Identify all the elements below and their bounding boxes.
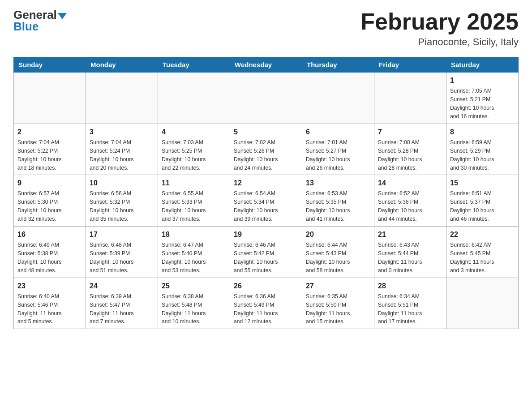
calendar-day-cell: 27Sunrise: 6:35 AMSunset: 5:50 PMDayligh… (302, 278, 374, 329)
day-info: Sunrise: 6:46 AMSunset: 5:42 PMDaylight:… (234, 241, 298, 275)
day-number: 25 (162, 281, 226, 291)
calendar-day-cell: 5Sunrise: 7:02 AMSunset: 5:26 PMDaylight… (230, 124, 302, 175)
day-info: Sunrise: 6:49 AMSunset: 5:38 PMDaylight:… (17, 241, 82, 275)
day-info: Sunrise: 6:47 AMSunset: 5:40 PMDaylight:… (162, 241, 226, 275)
day-number: 5 (234, 127, 298, 137)
day-info: Sunrise: 7:02 AMSunset: 5:26 PMDaylight:… (234, 138, 298, 172)
day-info: Sunrise: 7:05 AMSunset: 5:21 PMDaylight:… (450, 87, 515, 121)
day-number: 9 (17, 178, 82, 188)
logo-triangle-icon (58, 13, 67, 19)
day-info: Sunrise: 7:04 AMSunset: 5:24 PMDaylight:… (90, 138, 154, 172)
calendar-day-cell: 22Sunrise: 6:42 AMSunset: 5:45 PMDayligh… (446, 227, 519, 278)
calendar-day-cell: 9Sunrise: 6:57 AMSunset: 5:30 PMDaylight… (14, 175, 86, 227)
day-number: 26 (234, 281, 298, 291)
calendar-table: SundayMondayTuesdayWednesdayThursdayFrid… (13, 57, 519, 329)
calendar-day-cell: 20Sunrise: 6:44 AMSunset: 5:43 PMDayligh… (302, 227, 374, 278)
day-number: 13 (306, 178, 370, 188)
day-number: 2 (17, 127, 82, 137)
day-of-week-header: Friday (374, 57, 446, 73)
calendar-day-cell: 7Sunrise: 7:00 AMSunset: 5:28 PMDaylight… (374, 124, 446, 175)
day-of-week-header: Saturday (446, 57, 519, 73)
day-info: Sunrise: 6:48 AMSunset: 5:39 PMDaylight:… (90, 241, 154, 275)
calendar-day-cell: 18Sunrise: 6:47 AMSunset: 5:40 PMDayligh… (158, 227, 230, 278)
calendar-day-cell: 6Sunrise: 7:01 AMSunset: 5:27 PMDaylight… (302, 124, 374, 175)
day-number: 15 (450, 178, 515, 188)
day-number: 10 (90, 178, 154, 188)
day-info: Sunrise: 6:43 AMSunset: 5:44 PMDaylight:… (378, 241, 442, 275)
calendar-day-cell: 11Sunrise: 6:55 AMSunset: 5:33 PMDayligh… (158, 175, 230, 227)
calendar-week-row: 9Sunrise: 6:57 AMSunset: 5:30 PMDaylight… (14, 175, 519, 227)
day-number: 14 (378, 178, 442, 188)
calendar-day-cell (230, 73, 302, 124)
calendar-week-row: 16Sunrise: 6:49 AMSunset: 5:38 PMDayligh… (14, 227, 519, 278)
calendar-body: 1Sunrise: 7:05 AMSunset: 5:21 PMDaylight… (14, 73, 519, 329)
day-number: 8 (450, 127, 515, 137)
calendar-day-cell: 1Sunrise: 7:05 AMSunset: 5:21 PMDaylight… (446, 73, 519, 124)
calendar-day-cell: 8Sunrise: 6:59 AMSunset: 5:29 PMDaylight… (446, 124, 519, 175)
calendar-day-cell: 12Sunrise: 6:54 AMSunset: 5:34 PMDayligh… (230, 175, 302, 227)
day-number: 18 (162, 229, 226, 240)
day-number: 19 (234, 229, 298, 240)
day-number: 17 (90, 229, 154, 240)
day-number: 11 (162, 178, 226, 188)
logo-general-text: General (13, 9, 67, 21)
calendar-day-cell: 3Sunrise: 7:04 AMSunset: 5:24 PMDaylight… (86, 124, 158, 175)
day-info: Sunrise: 6:59 AMSunset: 5:29 PMDaylight:… (450, 138, 515, 172)
day-of-week-header: Thursday (302, 57, 374, 73)
day-number: 6 (306, 127, 370, 137)
calendar-day-cell: 13Sunrise: 6:53 AMSunset: 5:35 PMDayligh… (302, 175, 374, 227)
day-of-week-header: Wednesday (230, 57, 302, 73)
day-info: Sunrise: 6:42 AMSunset: 5:45 PMDaylight:… (450, 241, 515, 275)
day-info: Sunrise: 6:56 AMSunset: 5:32 PMDaylight:… (90, 189, 154, 223)
day-number: 3 (90, 127, 154, 137)
day-of-week-header: Monday (86, 57, 158, 73)
day-number: 1 (450, 75, 515, 86)
calendar-day-cell: 28Sunrise: 6:34 AMSunset: 5:51 PMDayligh… (374, 278, 446, 329)
day-info: Sunrise: 7:04 AMSunset: 5:22 PMDaylight:… (17, 138, 82, 172)
day-info: Sunrise: 6:36 AMSunset: 5:49 PMDaylight:… (234, 292, 298, 326)
day-info: Sunrise: 6:34 AMSunset: 5:51 PMDaylight:… (378, 292, 442, 326)
calendar-day-cell: 23Sunrise: 6:40 AMSunset: 5:46 PMDayligh… (14, 278, 86, 329)
calendar-day-cell (158, 73, 230, 124)
calendar-week-row: 23Sunrise: 6:40 AMSunset: 5:46 PMDayligh… (14, 278, 519, 329)
day-number: 20 (306, 229, 370, 240)
calendar-header: SundayMondayTuesdayWednesdayThursdayFrid… (14, 57, 519, 73)
day-number: 24 (90, 281, 154, 291)
logo-blue-text: Blue (13, 21, 39, 32)
page-header: General Blue February 2025 Pianoconte, S… (13, 9, 519, 48)
day-number: 21 (378, 229, 442, 240)
day-info: Sunrise: 6:35 AMSunset: 5:50 PMDaylight:… (306, 292, 370, 326)
month-title: February 2025 (360, 9, 519, 34)
day-number: 12 (234, 178, 298, 188)
day-info: Sunrise: 6:54 AMSunset: 5:34 PMDaylight:… (234, 189, 298, 223)
day-info: Sunrise: 7:03 AMSunset: 5:25 PMDaylight:… (162, 138, 226, 172)
calendar-day-cell: 16Sunrise: 6:49 AMSunset: 5:38 PMDayligh… (14, 227, 86, 278)
day-info: Sunrise: 6:40 AMSunset: 5:46 PMDaylight:… (17, 292, 82, 326)
calendar-day-cell (374, 73, 446, 124)
day-number: 27 (306, 281, 370, 291)
calendar-day-cell: 26Sunrise: 6:36 AMSunset: 5:49 PMDayligh… (230, 278, 302, 329)
calendar-day-cell: 21Sunrise: 6:43 AMSunset: 5:44 PMDayligh… (374, 227, 446, 278)
calendar-day-cell: 4Sunrise: 7:03 AMSunset: 5:25 PMDaylight… (158, 124, 230, 175)
calendar-day-cell (14, 73, 86, 124)
calendar-day-cell (446, 278, 519, 329)
day-number: 22 (450, 229, 515, 240)
location-title: Pianoconte, Sicily, Italy (360, 36, 519, 48)
day-number: 7 (378, 127, 442, 137)
day-number: 4 (162, 127, 226, 137)
day-headers-row: SundayMondayTuesdayWednesdayThursdayFrid… (14, 57, 519, 73)
day-info: Sunrise: 6:39 AMSunset: 5:47 PMDaylight:… (90, 292, 154, 326)
day-info: Sunrise: 7:00 AMSunset: 5:28 PMDaylight:… (378, 138, 442, 172)
calendar-day-cell (86, 73, 158, 124)
day-number: 23 (17, 281, 82, 291)
day-info: Sunrise: 6:38 AMSunset: 5:48 PMDaylight:… (162, 292, 226, 326)
calendar-day-cell: 15Sunrise: 6:51 AMSunset: 5:37 PMDayligh… (446, 175, 519, 227)
calendar-day-cell: 10Sunrise: 6:56 AMSunset: 5:32 PMDayligh… (86, 175, 158, 227)
day-info: Sunrise: 6:51 AMSunset: 5:37 PMDaylight:… (450, 189, 515, 223)
day-info: Sunrise: 7:01 AMSunset: 5:27 PMDaylight:… (306, 138, 370, 172)
calendar-week-row: 2Sunrise: 7:04 AMSunset: 5:22 PMDaylight… (14, 124, 519, 175)
day-of-week-header: Sunday (14, 57, 86, 73)
day-info: Sunrise: 6:53 AMSunset: 5:35 PMDaylight:… (306, 189, 370, 223)
day-info: Sunrise: 6:57 AMSunset: 5:30 PMDaylight:… (17, 189, 82, 223)
day-info: Sunrise: 6:55 AMSunset: 5:33 PMDaylight:… (162, 189, 226, 223)
